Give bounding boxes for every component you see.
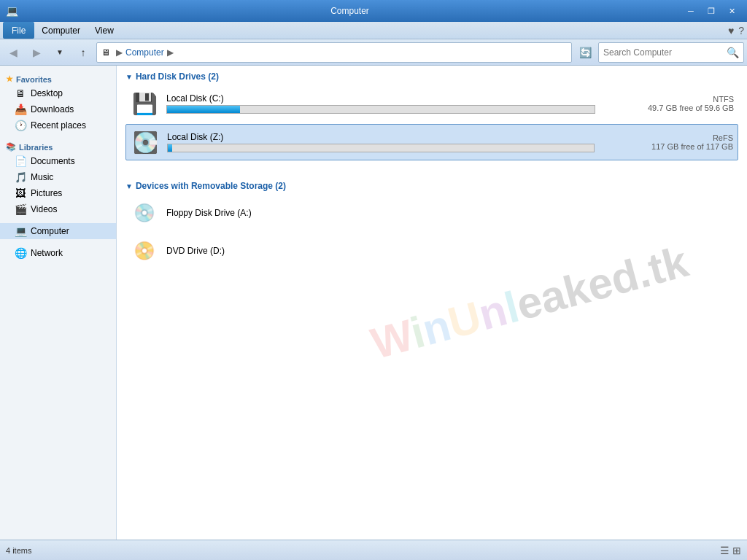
drive-z-details: Local Disk (Z:): [167, 132, 595, 152]
drive-c-icon: 💾: [130, 89, 159, 118]
desktop-icon: 🖥: [15, 88, 26, 99]
favorites-star-icon: ★: [6, 74, 13, 84]
breadcrumb-pc-icon: 🖥: [101, 47, 110, 58]
drive-c-details: Local Disk (C:): [166, 93, 595, 114]
sidebar: ★ Favorites 🖥 Desktop 📥 Downloads 🕐 Rece…: [0, 66, 117, 540]
sidebar-item-computer[interactable]: 💻 Computer: [0, 223, 116, 239]
floppy-item[interactable]: 💿 Floppy Disk Drive (A:): [125, 195, 738, 230]
title-bar-icon: 💻: [6, 5, 18, 17]
dvd-name: DVD Drive (D:): [166, 246, 734, 256]
drive-z-info: ReFS 117 GB free of 117 GB: [602, 133, 733, 151]
status-items: 4 items: [6, 546, 31, 555]
breadcrumb-bar[interactable]: 🖥 ▶ Computer ▶: [96, 42, 572, 63]
window-title: Computer: [18, 6, 681, 16]
restore-button[interactable]: ❐: [702, 4, 721, 18]
dvd-icon: 📀: [130, 236, 159, 265]
minimize-button[interactable]: ─: [681, 4, 700, 18]
music-icon: 🎵: [15, 171, 26, 183]
sidebar-item-desktop[interactable]: 🖥 Desktop: [0, 85, 116, 101]
drive-c-bar: [167, 106, 240, 113]
forward-button[interactable]: ▶: [26, 42, 47, 63]
floppy-name: Floppy Disk Drive (A:): [166, 208, 734, 218]
drive-c-item[interactable]: 💾 Local Disk (C:) NTFS 49.7 GB free of 5…: [125, 86, 738, 121]
menu-bar: File Computer View ♥ ?: [0, 22, 747, 39]
dvd-item[interactable]: 📀 DVD Drive (D:): [125, 233, 738, 268]
hard-disk-section-header[interactable]: ▼ Hard Disk Drives (2): [125, 71, 738, 82]
dropdown-button[interactable]: ▼: [50, 42, 70, 63]
sidebar-item-network[interactable]: 🌐 Network: [0, 245, 116, 261]
sidebar-item-videos[interactable]: 🎬 Videos: [0, 201, 116, 217]
close-button[interactable]: ✕: [722, 4, 741, 18]
downloads-icon: 📥: [15, 104, 26, 115]
recent-icon: 🕐: [15, 120, 26, 131]
dvd-details: DVD Drive (D:): [166, 246, 734, 256]
breadcrumb-sep1: ▶: [116, 47, 123, 58]
favorites-header[interactable]: ★ Favorites: [0, 71, 116, 85]
back-button[interactable]: ◀: [3, 42, 23, 63]
title-bar: 💻 Computer ─ ❐ ✕: [0, 0, 747, 22]
libraries-icon: 📚: [6, 142, 16, 152]
sidebar-item-pictures[interactable]: 🖼 Pictures: [0, 185, 116, 201]
pictures-icon: 🖼: [15, 187, 26, 199]
menu-computer[interactable]: Computer: [34, 22, 88, 39]
libraries-header[interactable]: 📚 Libraries: [0, 139, 116, 153]
network-icon: 🌐: [15, 247, 26, 259]
removable-collapse-icon: ▼: [125, 182, 133, 190]
nav-bar: ◀ ▶ ▼ ↑ 🖥 ▶ Computer ▶ 🔄 🔍: [0, 39, 747, 66]
sidebar-item-downloads[interactable]: 📥 Downloads: [0, 101, 116, 117]
view-tiles-icon[interactable]: ⊞: [732, 545, 741, 556]
sidebar-item-recent[interactable]: 🕐 Recent places: [0, 117, 116, 133]
search-bar[interactable]: 🔍: [598, 42, 744, 63]
refresh-button[interactable]: 🔄: [575, 42, 595, 63]
status-bar: 4 items ☰ ⊞: [0, 540, 747, 560]
floppy-details: Floppy Disk Drive (A:): [166, 208, 734, 218]
main-area: ★ Favorites 🖥 Desktop 📥 Downloads 🕐 Rece…: [0, 66, 747, 540]
drive-z-bar: [168, 144, 172, 152]
help-icon[interactable]: ?: [738, 25, 744, 36]
menu-file[interactable]: File: [3, 22, 34, 39]
sidebar-item-music[interactable]: 🎵 Music: [0, 169, 116, 185]
drive-c-bar-container: [166, 105, 595, 114]
floppy-icon: 💿: [130, 198, 159, 228]
search-icon[interactable]: 🔍: [727, 47, 739, 58]
drive-c-name: Local Disk (C:): [166, 93, 595, 104]
view-details-icon[interactable]: ☰: [720, 545, 729, 556]
computer-icon: 💻: [15, 225, 26, 237]
sidebar-item-documents[interactable]: 📄 Documents: [0, 153, 116, 169]
breadcrumb-computer[interactable]: Computer: [125, 47, 164, 58]
drive-c-free: 49.7 GB free of 59.6 GB: [603, 104, 734, 112]
window-controls: ─ ❐ ✕: [681, 4, 741, 18]
drive-z-item[interactable]: 💽 Local Disk (Z:) ReFS 117 GB free of 11…: [125, 124, 738, 160]
drive-z-free: 117 GB free of 117 GB: [602, 142, 733, 151]
drive-c-fs: NTFS: [603, 95, 734, 104]
content-area: WinUnleaked.tk ▼ Hard Disk Drives (2) 💾 …: [117, 66, 747, 540]
up-button[interactable]: ↑: [73, 42, 93, 63]
heart-icon[interactable]: ♥: [728, 25, 734, 36]
drive-z-bar-container: [167, 144, 595, 152]
drive-z-fs: ReFS: [602, 133, 733, 142]
removable-section-header[interactable]: ▼ Devices with Removable Storage (2): [125, 181, 738, 191]
videos-icon: 🎬: [15, 203, 26, 215]
hard-disk-collapse-icon: ▼: [125, 73, 133, 81]
breadcrumb-sep2: ▶: [167, 47, 174, 58]
drive-z-name: Local Disk (Z:): [167, 132, 595, 142]
search-input[interactable]: [603, 47, 727, 58]
documents-icon: 📄: [15, 155, 26, 167]
drive-z-icon: 💽: [131, 128, 160, 157]
drive-c-info: NTFS 49.7 GB free of 59.6 GB: [603, 95, 734, 112]
status-right-icons: ☰ ⊞: [720, 545, 741, 556]
menu-view[interactable]: View: [88, 22, 121, 39]
